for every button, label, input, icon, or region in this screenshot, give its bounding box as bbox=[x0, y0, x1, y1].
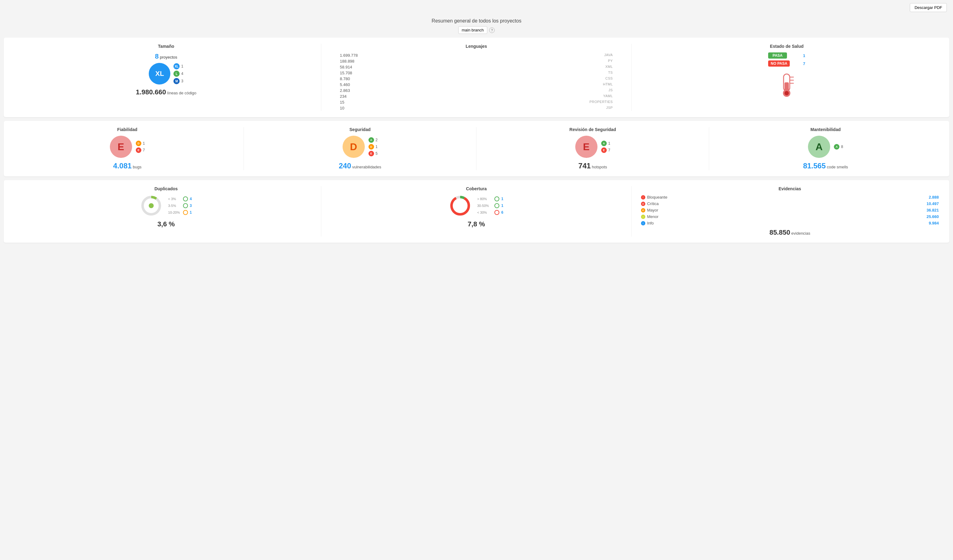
e-count: 5 bbox=[376, 152, 378, 156]
duplicados-section: Duplicados < 3% 4 3-5% 3 bbox=[11, 186, 321, 237]
lang-name: PROPERTIES bbox=[590, 100, 613, 105]
lang-name: JS bbox=[608, 88, 613, 93]
list-item: 15.708 TS bbox=[327, 70, 625, 76]
branch-dropdown[interactable]: main branch bbox=[458, 26, 487, 34]
duplicados-chart bbox=[140, 195, 162, 217]
dup-range: 10-20% bbox=[168, 210, 181, 214]
nopasa-count: 7 bbox=[803, 61, 805, 66]
branch-selector[interactable]: main branch ? bbox=[458, 26, 495, 34]
d-count: 1 bbox=[376, 145, 378, 149]
seguridad-title: Seguridad bbox=[249, 127, 471, 132]
lang-name: YAML bbox=[603, 94, 613, 99]
pasa-badge: PASA bbox=[768, 53, 787, 59]
seguridad-unit-text: vulnerabilidades bbox=[352, 165, 381, 169]
list-item: A 2 bbox=[368, 137, 378, 143]
size-title: Tamaño bbox=[17, 44, 315, 49]
m-count: 3 bbox=[181, 79, 183, 83]
a-count: 1 bbox=[608, 141, 610, 145]
lang-name: TS bbox=[608, 71, 613, 75]
list-item: E 7 bbox=[601, 147, 610, 153]
e-badge: E bbox=[368, 151, 374, 156]
thermometer-icon bbox=[778, 71, 796, 99]
dup-count: 1 bbox=[190, 210, 192, 215]
cob-range: < 30% bbox=[477, 210, 492, 214]
dup-percent: 3,6 % bbox=[17, 220, 315, 228]
seguridad-grade: D bbox=[343, 136, 365, 158]
cob-percent: 7,8 % bbox=[327, 220, 625, 228]
mantenibilidad-unit-text: code smells bbox=[827, 165, 848, 169]
evid-mayor-left: ⊘ Mayor bbox=[641, 208, 658, 212]
download-pdf-button[interactable]: Descargar PDF bbox=[910, 3, 947, 12]
help-icon[interactable]: ? bbox=[489, 28, 495, 33]
mayor-label: Mayor bbox=[647, 208, 658, 212]
size-projects: 8 proyectos bbox=[17, 53, 315, 60]
revision-grade: E bbox=[575, 136, 598, 158]
lang-num: 58.914 bbox=[340, 65, 352, 70]
list-item: 5.460 HTML bbox=[327, 82, 625, 88]
page-title: Resumen general de todos los proyectos bbox=[0, 18, 953, 24]
lang-num: 234 bbox=[340, 94, 346, 99]
menor-count: 25.660 bbox=[927, 214, 939, 219]
critica-label: Crítica bbox=[647, 201, 659, 206]
list-item: 1.699.778 JAVA bbox=[327, 53, 625, 58]
badge-xl: XL 1 bbox=[174, 63, 183, 70]
bloqueante-count: 2.888 bbox=[929, 195, 939, 200]
menor-icon: ○ bbox=[641, 215, 645, 219]
top-card: Tamaño 8 proyectos XL XL 1 L 4 M 3 bbox=[4, 38, 949, 117]
page-header: Resumen general de todos los proyectos m… bbox=[0, 15, 953, 38]
list-item: 30-50% 1 bbox=[477, 203, 503, 208]
m-badge-circle: M bbox=[174, 78, 180, 84]
list-item: 188.898 PY bbox=[327, 58, 625, 64]
health-title: Estado de Salud bbox=[638, 44, 936, 49]
a-badge: A bbox=[834, 144, 840, 150]
lang-num: 15.708 bbox=[340, 71, 352, 75]
pasa-row: PASA 1 bbox=[768, 53, 805, 59]
lang-name: XML bbox=[605, 65, 613, 70]
ring-icon-orange bbox=[183, 210, 188, 215]
a-count: 2 bbox=[376, 138, 378, 142]
cob-count: 1 bbox=[501, 204, 503, 208]
languages-title: Lenguajes bbox=[327, 44, 625, 49]
a-badge: A bbox=[601, 141, 607, 146]
info-count: 9.984 bbox=[929, 221, 939, 226]
list-item: 58.914 XML bbox=[327, 64, 625, 70]
list-item: 8.780 CSS bbox=[327, 76, 625, 82]
lang-name: PY bbox=[608, 59, 613, 63]
a-badge: A bbox=[368, 137, 374, 143]
e-badge: E bbox=[601, 147, 607, 153]
dup-range: < 3% bbox=[168, 197, 181, 201]
ring-icon-red bbox=[494, 210, 499, 215]
cob-range: > 80% bbox=[477, 197, 492, 201]
list-item: i Info 9.984 bbox=[641, 221, 939, 226]
lang-num: 8.780 bbox=[340, 76, 350, 81]
bottom-card: Duplicados < 3% 4 3-5% 3 bbox=[4, 180, 949, 243]
evid-menor-left: ○ Menor bbox=[641, 214, 658, 219]
lang-name: JAVA bbox=[604, 53, 613, 58]
loc-number: 1.980.660 bbox=[136, 88, 166, 96]
mantenibilidad-section: Mantenibilidad A A 8 81.565 code smells bbox=[709, 127, 942, 170]
l-badge-circle: L bbox=[174, 71, 180, 77]
list-item: D 1 bbox=[368, 144, 378, 150]
xl-count: 1 bbox=[181, 64, 183, 68]
l-count: 4 bbox=[181, 71, 183, 76]
cobertura-section: Cobertura > 80% 1 30-50% 1 bbox=[321, 186, 632, 237]
lang-num: 10 bbox=[340, 106, 344, 110]
mantenibilidad-value: 81.565 code smells bbox=[714, 162, 937, 170]
list-item: < 30% 6 bbox=[477, 210, 503, 215]
evid-critica-left: ⊘ Crítica bbox=[641, 201, 659, 206]
e-count: 7 bbox=[143, 148, 145, 152]
ring-icon-green bbox=[183, 196, 188, 201]
d-badge: D bbox=[368, 144, 374, 150]
evid-total-num: 85.850 bbox=[769, 229, 790, 236]
list-item: A 1 bbox=[601, 141, 610, 146]
cob-count: 1 bbox=[501, 197, 503, 201]
badge-list: XL 1 L 4 M 3 bbox=[174, 63, 183, 84]
mayor-icon: ⊘ bbox=[641, 208, 645, 212]
lang-name: CSS bbox=[605, 76, 613, 81]
nopasa-row: NO PASA 7 bbox=[768, 60, 805, 67]
list-item: ⊘ Crítica 10.497 bbox=[641, 201, 939, 206]
bloqueante-label: Bloqueante bbox=[647, 195, 667, 200]
cobertura-chart bbox=[449, 195, 471, 217]
dup-count: 3 bbox=[190, 204, 192, 208]
fiabilidad-value: 4.081 bugs bbox=[16, 162, 239, 170]
